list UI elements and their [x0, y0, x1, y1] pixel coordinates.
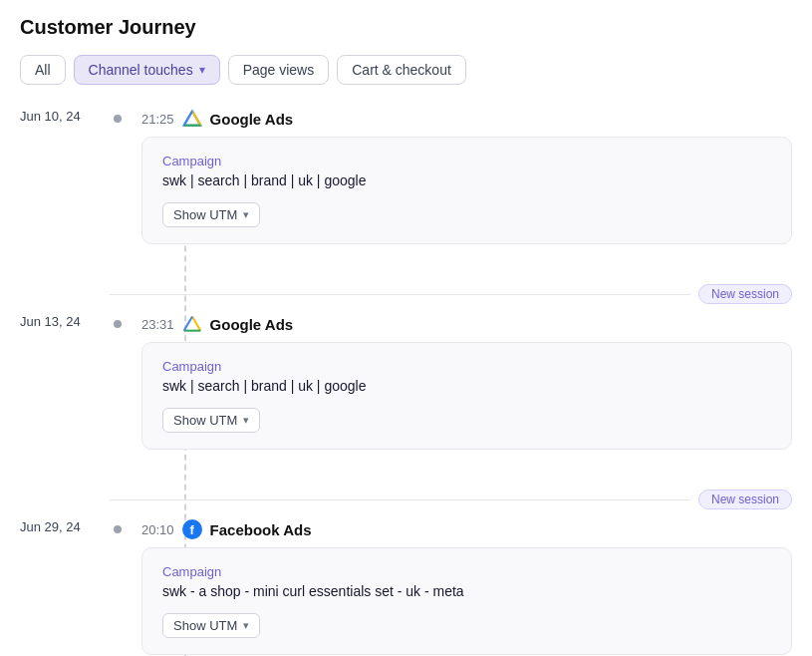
entry-card-0: Campaign swk | search | brand | uk | goo… [141, 137, 792, 244]
campaign-label-0: Campaign [162, 154, 771, 168]
google-ads-icon-1 [182, 314, 202, 334]
campaign-label-2: Campaign [162, 564, 771, 579]
date-label-1: Jun 13, 24 [20, 314, 110, 329]
svg-marker-0 [183, 112, 200, 126]
entry-row-0: Jun 10, 24 21:25 [20, 109, 792, 268]
campaign-label-1: Campaign [162, 359, 771, 374]
journey-container: Jun 10, 24 21:25 [20, 109, 792, 656]
filter-cart-checkout[interactable]: Cart & checkout [337, 55, 466, 85]
timeline-dot-2 [114, 525, 122, 533]
channel-name-0: Google Ads [210, 111, 294, 128]
chevron-down-icon-0: ▾ [243, 208, 249, 221]
entry-card-2: Campaign swk - a shop - mini curl essent… [141, 547, 792, 655]
entry-row-2: Jun 29, 24 20:10 f Facebook Ads Campaign… [20, 519, 792, 656]
journey-entry-0: Jun 10, 24 21:25 [20, 109, 792, 268]
entry-time-0: 21:25 [141, 112, 174, 127]
timeline-dot-0 [114, 115, 122, 123]
entry-time-2: 20:10 [141, 522, 174, 537]
new-session-row-2: New session [20, 490, 792, 509]
journey-entry-2: Jun 29, 24 20:10 f Facebook Ads Campaign… [20, 519, 792, 656]
google-ads-icon-0 [182, 109, 202, 129]
timeline-dot-1 [114, 320, 122, 328]
campaign-value-2: swk - a shop - mini curl essentials set … [162, 583, 771, 599]
entry-time-1: 23:31 [141, 317, 174, 332]
journey-entry-1: Jun 13, 24 23:31 Google Ads [20, 314, 792, 474]
new-session-row-1: New session [20, 284, 792, 304]
show-utm-button-0[interactable]: Show UTM ▾ [162, 202, 260, 227]
channel-name-2: Facebook Ads [210, 521, 312, 538]
page-title: Customer Journey [20, 16, 792, 39]
date-label-2: Jun 29, 24 [20, 519, 110, 534]
entry-content-1: 23:31 Google Ads Campaign swk | search |… [141, 314, 792, 474]
filter-all[interactable]: All [20, 55, 66, 85]
new-session-badge-1: New session [698, 284, 792, 304]
campaign-value-1: swk | search | brand | uk | google [162, 378, 771, 394]
svg-line-5 [192, 317, 200, 331]
show-utm-button-1[interactable]: Show UTM ▾ [162, 408, 260, 433]
svg-line-7 [183, 317, 191, 331]
facebook-icon-2: f [182, 519, 202, 539]
chevron-down-icon-1: ▾ [243, 414, 249, 427]
svg-line-4 [183, 112, 191, 126]
date-label-0: Jun 10, 24 [20, 109, 110, 124]
svg-marker-1 [183, 112, 200, 126]
sep-line-1 [110, 294, 690, 295]
entry-content-2: 20:10 f Facebook Ads Campaign swk - a sh… [141, 519, 792, 656]
filter-page-views[interactable]: Page views [228, 55, 330, 85]
entry-content-0: 21:25 Google Ads Campaign swk [141, 109, 792, 268]
campaign-value-0: swk | search | brand | uk | google [162, 172, 771, 188]
filter-bar: All Channel touches Page views Cart & ch… [20, 55, 792, 85]
entry-row-1: Jun 13, 24 23:31 Google Ads [20, 314, 792, 474]
svg-line-2 [192, 112, 200, 126]
new-session-badge-2: New session [698, 490, 792, 509]
chevron-down-icon-2: ▾ [243, 619, 249, 632]
filter-channel-touches[interactable]: Channel touches [74, 55, 220, 85]
entry-card-1: Campaign swk | search | brand | uk | goo… [141, 342, 792, 450]
show-utm-button-2[interactable]: Show UTM ▾ [162, 613, 260, 638]
channel-name-1: Google Ads [210, 316, 294, 333]
